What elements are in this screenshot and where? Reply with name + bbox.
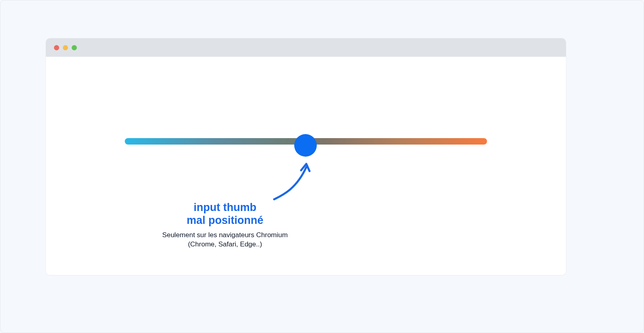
annotation-title-line2: mal positionné	[187, 214, 264, 226]
range-slider-thumb[interactable]	[294, 134, 317, 157]
annotation-subtitle-line1: Seulement sur les navigateurs Chromium	[162, 231, 288, 239]
window-minimize-icon[interactable]	[63, 45, 68, 50]
window-maximize-icon[interactable]	[72, 45, 77, 50]
annotation-title-line1: input thumb	[194, 201, 256, 213]
window-titlebar	[46, 38, 566, 57]
annotation-subtitle: Seulement sur les navigateurs Chromium (…	[155, 231, 295, 249]
annotation-subtitle-line2: (Chrome, Safari, Edge..)	[188, 240, 262, 248]
annotation-arrow-icon	[268, 159, 316, 203]
annotation-title: input thumb mal positionné	[155, 201, 295, 227]
window-content: input thumb mal positionné Seulement sur…	[46, 57, 566, 275]
window-close-icon[interactable]	[54, 45, 59, 50]
browser-window-mock: input thumb mal positionné Seulement sur…	[46, 38, 566, 275]
